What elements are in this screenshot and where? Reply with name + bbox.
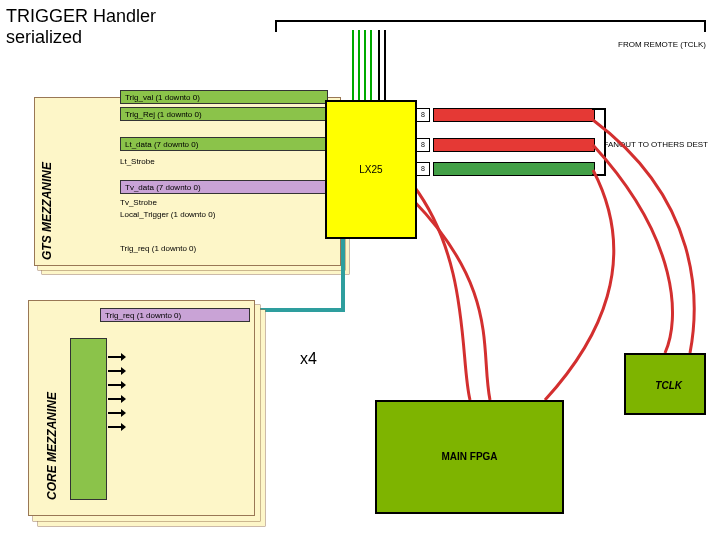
main-fpga-block: MAIN FPGA: [375, 400, 564, 514]
remote-wire: [352, 30, 354, 100]
fanout-bar: [433, 162, 595, 176]
core-inner-block: [70, 338, 107, 500]
title-line1: TRIGGER Handler: [6, 6, 156, 26]
signal-tv-strobe: Tv_Strobe: [120, 198, 157, 207]
remote-wire: [364, 30, 366, 100]
signal-trig-req-gts: Trig_req (1 downto 0): [120, 244, 196, 253]
core-signal-arrow: [108, 370, 122, 372]
fanout-label: FANOUT TO OTHERS DEST: [604, 140, 708, 149]
signal-trig-req-core: Trig_req (1 downto 0): [100, 308, 250, 322]
x4-label: x4: [300, 350, 317, 368]
core-signal-arrow: [108, 356, 122, 358]
core-signal-arrow: [108, 384, 122, 386]
core-signal-arrow: [108, 412, 122, 414]
fanout-bar: [433, 108, 595, 122]
tclk-label: TCLK: [655, 380, 682, 391]
signal-trig-val: Trig_val (1 downto 0): [120, 90, 328, 104]
remote-wire: [384, 30, 386, 100]
remote-bracket: [275, 20, 706, 32]
core-signal-arrow: [108, 398, 122, 400]
bus-width-badge: 8: [416, 108, 430, 122]
core-mezzanine-block: [28, 300, 255, 516]
signal-lt-strobe: Lt_Strobe: [120, 157, 155, 166]
core-signal-arrow: [108, 426, 122, 428]
diagram-title: TRIGGER Handler serialized: [6, 6, 156, 47]
gts-mezzanine-label: GTS MEZZANINE: [40, 162, 54, 260]
from-remote-label: FROM REMOTE (TCLK): [618, 40, 706, 49]
remote-wire: [378, 30, 380, 100]
bus-width-badge: 8: [416, 138, 430, 152]
bus-width-badge: 8: [416, 162, 430, 176]
fanout-bar: [433, 138, 595, 152]
lx25-fpga: LX25: [325, 100, 417, 239]
core-mezzanine-label: CORE MEZZANINE: [45, 392, 59, 500]
signal-trig-rej: Trig_Rej (1 downto 0): [120, 107, 328, 121]
title-line2: serialized: [6, 27, 82, 47]
remote-wire: [370, 30, 372, 100]
teal-wire: [341, 235, 345, 312]
signal-lt-data: Lt_data (7 downto 0): [120, 137, 328, 151]
signal-tv-data: Tv_data (7 downto 0): [120, 180, 328, 194]
signal-local-trigger: Local_Trigger (1 downto 0): [120, 210, 215, 219]
remote-wire: [358, 30, 360, 100]
